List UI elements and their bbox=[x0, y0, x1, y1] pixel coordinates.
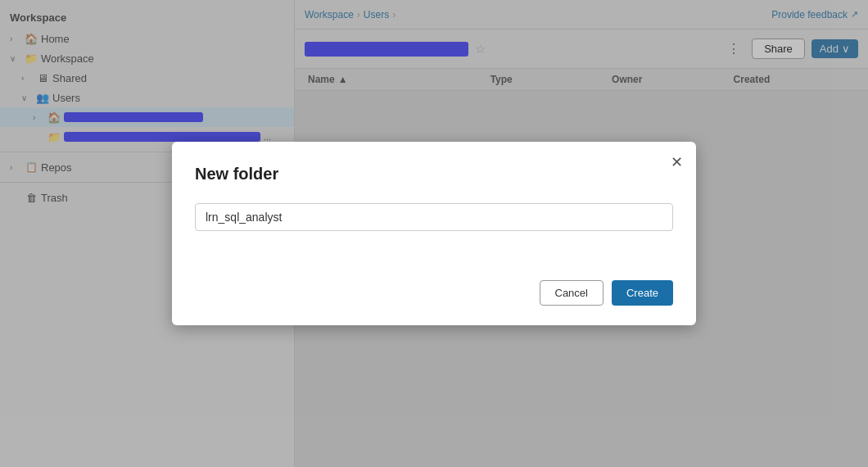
create-button[interactable]: Create bbox=[612, 280, 673, 306]
modal-title: New folder bbox=[195, 165, 673, 184]
modal-close-button[interactable]: ✕ bbox=[671, 155, 683, 170]
cancel-button[interactable]: Cancel bbox=[540, 280, 604, 306]
modal-overlay: ✕ New folder Cancel Create bbox=[0, 0, 868, 467]
modal-footer: Cancel Create bbox=[195, 280, 673, 306]
new-folder-modal: ✕ New folder Cancel Create bbox=[172, 142, 696, 325]
folder-name-input[interactable] bbox=[195, 203, 673, 231]
